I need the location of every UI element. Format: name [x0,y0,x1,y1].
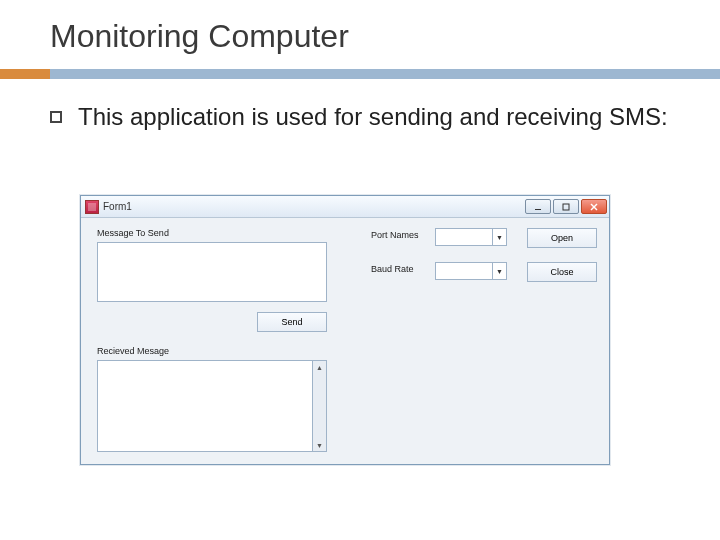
minimize-button[interactable] [525,199,551,214]
port-names-value [436,229,492,245]
scroll-up-icon: ▲ [313,361,326,373]
received-message-input[interactable] [98,361,312,451]
baud-rate-label: Baud Rate [371,264,414,274]
minimize-icon [534,203,542,211]
bullet-text: This application is used for sending and… [78,101,668,133]
close-icon [590,203,598,211]
form-body: Message To Send Send Recieved Mesage ▲ ▼… [81,218,609,464]
bullet-item: This application is used for sending and… [0,79,720,133]
baud-rate-dropdown[interactable]: ▼ [435,262,507,280]
message-to-send-input[interactable] [97,242,327,302]
received-message-scrollbar[interactable]: ▲ ▼ [312,361,326,451]
close-port-button[interactable]: Close [527,262,597,282]
window-title-text: Form1 [103,201,132,212]
accent-orange-block [0,69,50,79]
baud-rate-value [436,263,492,279]
port-names-dropdown[interactable]: ▼ [435,228,507,246]
application-window: Form1 Message To Send Send Recieved Mesa… [80,195,610,465]
bullet-square-icon [50,111,62,123]
window-controls [525,199,607,214]
received-message-box: ▲ ▼ [97,360,327,452]
app-icon [85,200,99,214]
chevron-down-icon: ▼ [492,229,506,245]
svg-rect-0 [535,209,541,210]
send-button[interactable]: Send [257,312,327,332]
accent-blue-block [50,69,720,79]
chevron-down-icon: ▼ [492,263,506,279]
title-bar-left: Form1 [85,200,525,214]
received-message-label: Recieved Mesage [97,346,169,356]
scroll-down-icon: ▼ [313,439,326,451]
title-underline [0,69,720,79]
window-close-button[interactable] [581,199,607,214]
maximize-button[interactable] [553,199,579,214]
message-to-send-label: Message To Send [97,228,169,238]
maximize-icon [562,203,570,211]
svg-rect-1 [563,204,569,210]
window-title-bar[interactable]: Form1 [81,196,609,218]
slide-title: Monitoring Computer [0,0,720,55]
port-names-label: Port Names [371,230,419,240]
open-button[interactable]: Open [527,228,597,248]
